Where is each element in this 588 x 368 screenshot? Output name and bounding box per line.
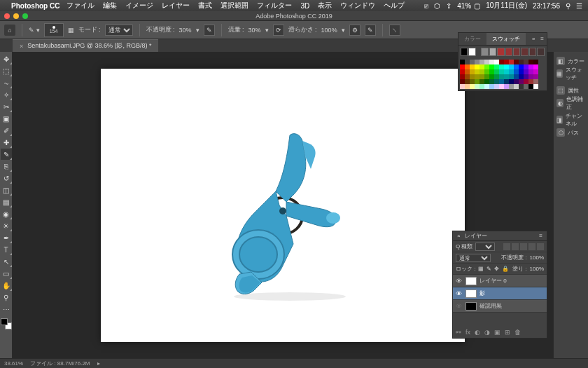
swatch[interactable]	[519, 60, 524, 64]
canvas[interactable]	[101, 69, 465, 342]
wifi-icon[interactable]: ⇪	[446, 2, 451, 10]
swatch[interactable]	[460, 79, 465, 84]
swatch[interactable]	[499, 84, 504, 89]
maximize-window-button[interactable]	[22, 13, 28, 19]
swatch[interactable]	[475, 74, 479, 79]
swatch[interactable]	[460, 64, 465, 69]
swatch[interactable]	[519, 74, 524, 79]
swatch[interactable]	[479, 79, 484, 84]
menu-help[interactable]: ヘルプ	[384, 1, 405, 11]
swatch[interactable]	[460, 69, 465, 74]
flow-value[interactable]: 30%	[248, 27, 261, 34]
swatch[interactable]	[479, 69, 484, 74]
healing-tool[interactable]: ✚	[1, 137, 12, 148]
menu-image[interactable]: イメージ	[125, 1, 153, 11]
visibility-toggle-icon[interactable]: 👁	[456, 290, 463, 297]
swatch[interactable]	[509, 84, 514, 89]
swatch[interactable]	[528, 84, 533, 89]
date-display[interactable]: 10月11日(金)	[486, 1, 527, 11]
fill-value[interactable]: 100%	[530, 266, 544, 272]
visibility-toggle-icon[interactable]: 👁	[456, 278, 463, 285]
visibility-toggle-icon[interactable]: 👁	[456, 303, 463, 310]
swatch[interactable]	[533, 79, 538, 84]
layers-panel-menu-icon[interactable]: ≡	[539, 233, 542, 239]
swatch[interactable]	[484, 84, 489, 89]
filter-type-icon[interactable]	[520, 243, 527, 250]
swatch[interactable]	[524, 60, 528, 64]
pressure-size-icon[interactable]: ✎	[365, 25, 376, 36]
swatch[interactable]	[465, 64, 470, 69]
minimize-window-button[interactable]	[13, 13, 19, 19]
swatch[interactable]	[533, 74, 538, 79]
brush-panel-icon[interactable]: ▦	[68, 27, 74, 34]
swatch-preset[interactable]	[529, 48, 536, 56]
menu-select[interactable]: 選択範囲	[220, 1, 248, 11]
flow-dropdown-icon[interactable]: ▾	[265, 27, 269, 34]
layer-item[interactable]: 👁 レイヤー 0	[453, 275, 547, 287]
swatch[interactable]	[533, 69, 538, 74]
close-window-button[interactable]	[4, 13, 10, 19]
swatch[interactable]	[499, 69, 504, 74]
layer-thumbnail[interactable]	[465, 277, 477, 285]
swatch[interactable]	[519, 79, 524, 84]
foreground-color[interactable]	[1, 318, 8, 325]
stamp-tool[interactable]: ⎘	[1, 161, 12, 172]
swatch-white[interactable]	[468, 48, 475, 56]
blend-mode-select[interactable]: 通常	[105, 25, 133, 36]
home-button[interactable]: ⌂	[4, 25, 15, 36]
swatch[interactable]	[499, 64, 504, 69]
swatch-preset[interactable]	[521, 48, 528, 56]
smoothing-options-icon[interactable]: ⚙	[349, 25, 360, 36]
swatch[interactable]	[514, 60, 519, 64]
panel-tab-adjustments[interactable]: ◐色調補正	[554, 97, 588, 109]
swatch-preset[interactable]	[537, 48, 544, 56]
zoom-tool[interactable]: ⚲	[1, 292, 12, 303]
opacity-dropdown-icon[interactable]: ▾	[196, 27, 200, 34]
swatch[interactable]	[494, 64, 499, 69]
swatch[interactable]	[494, 69, 499, 74]
delete-layer-icon[interactable]: 🗑	[514, 329, 521, 336]
layer-name[interactable]: 確認用黒	[479, 302, 502, 310]
adjustment-layer-icon[interactable]: ◑	[484, 329, 490, 336]
swatch[interactable]	[514, 74, 519, 79]
layer-thumbnail[interactable]	[465, 289, 477, 298]
swatch[interactable]	[489, 64, 494, 69]
swatch[interactable]	[489, 74, 494, 79]
swatch[interactable]	[484, 64, 489, 69]
swatch[interactable]	[460, 60, 465, 64]
swatch[interactable]	[484, 79, 489, 84]
lasso-tool[interactable]: ⏦	[1, 77, 12, 88]
swatch[interactable]	[494, 84, 499, 89]
lock-pixels-icon[interactable]: ✎	[486, 266, 491, 272]
swatch[interactable]	[475, 64, 479, 69]
swatch[interactable]	[509, 64, 514, 69]
brush-preset-picker[interactable]: 154	[44, 23, 64, 37]
marquee-tool[interactable]: ⬚	[1, 65, 12, 76]
filter-pixel-icon[interactable]	[503, 243, 510, 250]
swatch[interactable]	[470, 74, 475, 79]
swatch[interactable]	[514, 84, 519, 89]
swatch[interactable]	[494, 79, 499, 84]
layers-panel-title[interactable]: レイヤー	[465, 232, 487, 240]
swatch[interactable]	[499, 60, 504, 64]
swatch[interactable]	[470, 79, 475, 84]
layer-thumbnail[interactable]	[465, 302, 477, 311]
swatch[interactable]	[524, 69, 528, 74]
swatch[interactable]	[470, 84, 475, 89]
type-tool[interactable]: T	[1, 244, 12, 255]
swatch[interactable]	[499, 79, 504, 84]
swatch[interactable]	[524, 79, 528, 84]
color-swatches[interactable]	[1, 318, 12, 329]
symmetry-icon[interactable]: ⟍	[389, 25, 400, 36]
swatch[interactable]	[519, 69, 524, 74]
time-display[interactable]: 23:17:56	[533, 2, 560, 10]
swatch-preset[interactable]	[481, 48, 488, 56]
swatch[interactable]	[528, 60, 533, 64]
zoom-level[interactable]: 38.61%	[4, 360, 23, 367]
layer-item[interactable]: 👁 確認用黒	[453, 300, 547, 313]
brush-tool[interactable]: ✎	[1, 149, 12, 160]
layer-mask-icon[interactable]: ◐	[475, 329, 480, 336]
spotlight-icon[interactable]: ⚲	[566, 2, 570, 10]
swatch[interactable]	[465, 79, 470, 84]
panel-collapse-icon[interactable]: »	[529, 36, 538, 42]
